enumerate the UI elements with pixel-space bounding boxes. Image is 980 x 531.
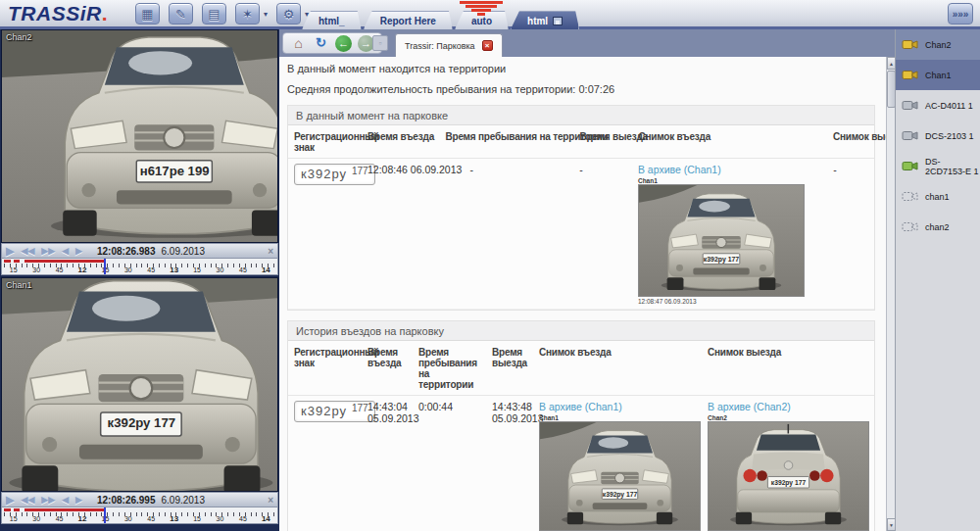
wand-dropdown-arrow-icon[interactable]: ▾: [264, 10, 268, 19]
exit-snapshot-empty: -: [827, 164, 874, 305]
timeline-cursor[interactable]: [104, 259, 106, 274]
timeline-tick-label: 30: [24, 266, 47, 274]
channel-item-dcs-2103[interactable]: DCS-2103 1: [896, 121, 980, 151]
exit-time: -: [573, 164, 632, 305]
main-toolbar: ▦ ✎ ▤ ✶ ▾ ⚙ ▾: [135, 3, 309, 24]
wand-button[interactable]: ✶: [235, 3, 260, 24]
plate-text: к392ру 177: [704, 256, 740, 264]
step-forward-button[interactable]: ▶: [75, 495, 82, 505]
plate-text: к392ру 177: [771, 479, 807, 487]
timeline-tick-label: 45: [140, 266, 163, 274]
playback-date: 6.09.2013: [162, 495, 206, 506]
entry-snapshot[interactable]: к392ру 177: [539, 421, 701, 531]
entry-snapshot[interactable]: к392ру 177: [638, 184, 805, 297]
entry-time: 14:43:04: [368, 401, 413, 412]
event-log-button[interactable]: ▤: [202, 3, 226, 24]
exit-archive-link[interactable]: В архиве (Chan2): [708, 401, 791, 412]
play-button[interactable]: ▶: [6, 245, 14, 258]
col-header: Время въезда: [362, 131, 439, 153]
jump-start-button[interactable]: ◀◀: [21, 246, 34, 256]
browser-tab-parkovka[interactable]: Trassir: Парковка ×: [395, 33, 503, 57]
close-tab-button[interactable]: ×: [482, 40, 493, 51]
channel-label: AC-D4011 1: [925, 101, 973, 111]
tab-html-active[interactable]: html: [511, 11, 579, 29]
entry-time: 12:08:46 06.09.2013: [362, 164, 465, 305]
col-header: Снимок выезда: [702, 347, 874, 390]
edit-icon: ✎: [175, 7, 186, 22]
back-button[interactable]: ←: [335, 35, 352, 52]
channel-item-chan2[interactable]: Chan2: [896, 29, 980, 60]
channel-label: DS-2CD7153-E 1: [925, 157, 980, 176]
channel-label: Chan1: [6, 280, 32, 290]
channel-label: DCS-2103 1: [925, 131, 974, 141]
video-column: н617ре 199 Chan2 ▶ ◀◀ ▶▶ ◀ ▶ 12:08:26.98…: [0, 29, 279, 531]
timeline-ruler[interactable]: 153045121530451315304514: [1, 259, 278, 275]
timeline-tick-label: 45: [231, 514, 254, 523]
timeline-cursor[interactable]: [104, 507, 106, 523]
plate-region: 177: [352, 403, 368, 413]
jump-start-button[interactable]: ◀◀: [21, 495, 34, 505]
jump-end-button[interactable]: ▶▶: [41, 495, 55, 505]
content-scrollbar[interactable]: ▲ ▼: [886, 57, 895, 531]
step-back-button[interactable]: ◀: [62, 495, 69, 505]
playback-timestamp: 12:08:26.9836.09.2013: [97, 246, 205, 257]
settings-grid-button[interactable]: ⚙: [276, 3, 301, 24]
timeline-tick-label: 15: [2, 266, 24, 274]
timeline-tick-label: 45: [48, 266, 71, 274]
video-image: к392ру 177: [2, 278, 277, 491]
timeline-tick-label: 15: [2, 514, 24, 523]
timeline-tick-label: 15: [185, 514, 208, 523]
entry-archive-link[interactable]: В архиве (Chan1): [539, 401, 622, 412]
timeline-tick-label: 30: [24, 514, 47, 523]
close-player-button[interactable]: ×: [268, 495, 273, 506]
timeline-tick-label: 14: [255, 514, 277, 523]
camera-icon: [902, 129, 919, 142]
timeline-tick-label: 12: [71, 266, 93, 274]
channel-label: chan2: [925, 222, 950, 232]
col-header: Время пребывания на территории: [439, 131, 573, 153]
tab-html_[interactable]: html_: [302, 11, 362, 29]
channel-item-chan1[interactable]: Chan1: [896, 60, 980, 90]
exit-snapshot[interactable]: к392ру 177: [708, 421, 869, 531]
timeline-tick-label: 13: [163, 514, 185, 523]
close-player-button[interactable]: ×: [268, 246, 273, 257]
report-page: В данный момент находится на территории …: [279, 57, 886, 531]
step-back-button[interactable]: ◀: [62, 246, 69, 256]
home-button[interactable]: ⌂: [290, 35, 307, 52]
entry-archive-link[interactable]: В архиве (Chan1): [638, 164, 721, 175]
tab-report-here[interactable]: Report Here: [364, 11, 453, 29]
channel-item-ac-d4011[interactable]: AC-D4011 1: [896, 90, 980, 121]
col-header: Регистрационный знак: [288, 131, 362, 153]
edit-template-button[interactable]: ✎: [169, 3, 193, 24]
channel-item-chan2-offline[interactable]: chan2: [896, 212, 980, 242]
refresh-button[interactable]: ↻: [313, 35, 329, 52]
timeline-tick-label: 13: [163, 266, 185, 274]
stay-duration: -: [465, 164, 574, 305]
table-header-row: Регистрационный знак Время въезда Время …: [288, 341, 874, 396]
play-button[interactable]: ▶: [6, 494, 14, 507]
monitors-icon: ▦: [141, 7, 153, 22]
video-frame-chan2[interactable]: н617ре 199 Chan2: [1, 29, 278, 243]
archive-band: [4, 508, 106, 511]
new-tab-button[interactable]: ▫: [372, 35, 388, 51]
step-forward-button[interactable]: ▶: [75, 246, 82, 256]
expand-panel-button[interactable]: »»»: [948, 3, 973, 24]
jump-end-button[interactable]: ▶▶: [41, 246, 55, 256]
timeline-tick-label: 45: [231, 266, 254, 274]
camera-offline-icon: [902, 220, 919, 233]
video-frame-chan1[interactable]: к392ру 177 Chan1: [1, 277, 278, 492]
channel-item-ds-2cd7153[interactable]: DS-2CD7153-E 1: [896, 151, 980, 181]
col-header: Время выезда: [573, 131, 632, 153]
col-header: Снимок въезда: [533, 347, 702, 390]
timeline-ruler[interactable]: 153045121530451315304514: [1, 507, 278, 524]
snapshot-channel-label: Chan1: [638, 177, 827, 184]
browser-nav-group: ⌂ ↻ ← →: [282, 32, 382, 54]
timeline-tick-label: 12: [71, 514, 93, 523]
channel-label: Chan1: [925, 71, 952, 80]
summary-line-average: Средняя продолжительность пребывания на …: [287, 83, 886, 95]
monitors-button[interactable]: ▦: [135, 3, 160, 24]
channel-item-chan1-offline[interactable]: chan1: [896, 181, 980, 212]
workspace-tabs: html_ Report Here auto html: [302, 11, 581, 29]
settings-grid-icon: ⚙: [283, 7, 295, 22]
col-header: Время выезда: [486, 347, 533, 390]
